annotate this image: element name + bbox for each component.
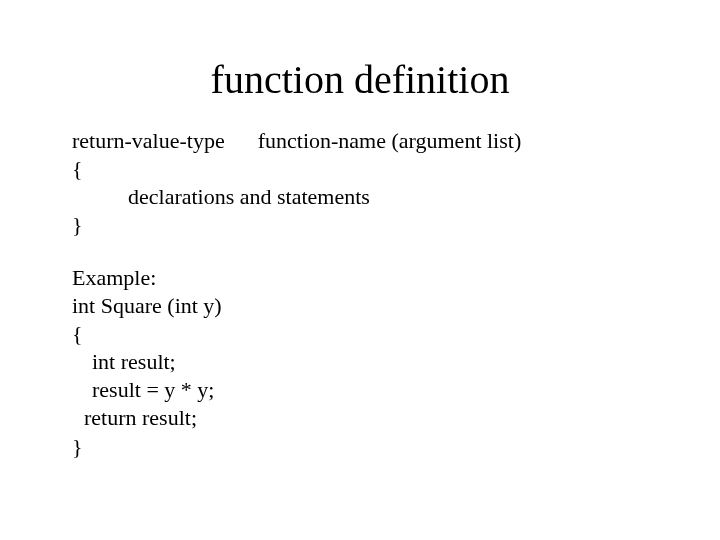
syntax-return-type: return-value-type — [72, 128, 225, 153]
syntax-function-name-args: function-name (argument list) — [258, 128, 522, 153]
example-assignment: result = y * y; — [72, 376, 660, 404]
slide-title: function definition — [0, 0, 720, 127]
example-close-brace: } — [72, 433, 660, 461]
syntax-open-brace: { — [72, 155, 660, 183]
example-return: return result; — [72, 404, 660, 432]
slide-body: return-value-type function-name (argumen… — [0, 127, 720, 461]
example-declaration: int result; — [72, 348, 660, 376]
syntax-close-brace: } — [72, 211, 660, 239]
example-signature: int Square (int y) — [72, 292, 660, 320]
syntax-body-text: declarations and statements — [72, 183, 660, 211]
spacer — [72, 240, 660, 264]
syntax-signature-line: return-value-type function-name (argumen… — [72, 127, 660, 155]
example-open-brace: { — [72, 320, 660, 348]
slide: function definition return-value-type fu… — [0, 0, 720, 540]
example-label: Example: — [72, 264, 660, 292]
